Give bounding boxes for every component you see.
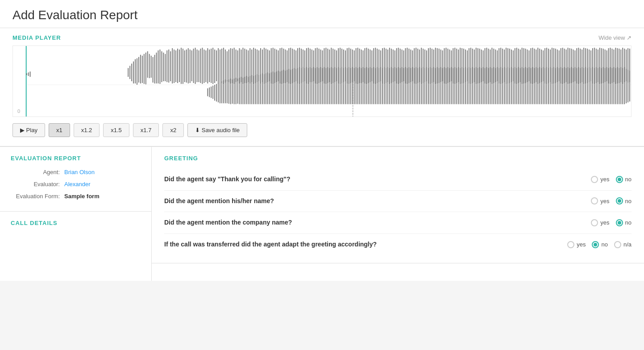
svg-rect-470 bbox=[527, 68, 528, 104]
svg-rect-292 bbox=[212, 86, 213, 99]
svg-rect-468 bbox=[524, 68, 524, 104]
svg-rect-19 bbox=[154, 55, 155, 83]
page-title: Add Evaluation Report bbox=[12, 8, 632, 22]
svg-rect-466 bbox=[520, 68, 521, 104]
svg-rect-318 bbox=[258, 75, 259, 104]
svg-rect-496 bbox=[573, 68, 573, 104]
speed-x1-button[interactable]: x1 bbox=[49, 123, 70, 137]
svg-rect-504 bbox=[587, 68, 588, 104]
svg-rect-370 bbox=[350, 68, 351, 104]
svg-rect-42 bbox=[195, 48, 196, 84]
q4-yes-option[interactable]: yes bbox=[567, 241, 586, 248]
svg-rect-455 bbox=[500, 67, 501, 104]
svg-rect-293 bbox=[214, 85, 215, 101]
svg-rect-27 bbox=[168, 50, 169, 83]
svg-rect-439 bbox=[472, 67, 473, 104]
svg-rect-415 bbox=[430, 67, 431, 104]
svg-rect-414 bbox=[428, 68, 429, 104]
evaluator-value[interactable]: Alexander bbox=[64, 181, 91, 188]
q4-yes-radio[interactable] bbox=[567, 241, 574, 248]
waveform-container[interactable]: 0 bbox=[12, 46, 632, 117]
svg-rect-66 bbox=[237, 50, 238, 81]
q2-yes-option[interactable]: yes bbox=[591, 197, 609, 204]
svg-rect-509 bbox=[596, 67, 597, 104]
agent-value[interactable]: Brian Olson bbox=[64, 169, 95, 175]
svg-rect-363 bbox=[338, 67, 339, 104]
svg-rect-475 bbox=[536, 67, 536, 104]
svg-rect-400 bbox=[403, 68, 404, 104]
svg-rect-355 bbox=[324, 67, 324, 104]
question-1-options: yes no bbox=[591, 176, 632, 183]
q1-yes-option[interactable]: yes bbox=[591, 176, 609, 183]
q4-yes-label: yes bbox=[577, 241, 586, 248]
svg-rect-44 bbox=[199, 50, 199, 82]
svg-rect-503 bbox=[585, 67, 586, 104]
q3-yes-radio[interactable] bbox=[591, 219, 598, 226]
wide-view-link[interactable]: Wide view ↗ bbox=[598, 34, 632, 41]
svg-rect-346 bbox=[308, 68, 309, 104]
svg-rect-48 bbox=[205, 50, 206, 82]
player-controls: ▶ Play x1 x1.2 x1.5 x1.7 x2 ⬇ Save audio… bbox=[12, 123, 632, 137]
svg-rect-361 bbox=[334, 67, 335, 104]
svg-rect-394 bbox=[393, 68, 394, 104]
svg-rect-426 bbox=[449, 68, 450, 104]
svg-rect-17 bbox=[151, 56, 152, 78]
svg-rect-40 bbox=[191, 50, 192, 81]
evaluation-report-label: EVALUATION REPORT bbox=[11, 155, 141, 162]
q3-no-radio[interactable] bbox=[616, 219, 623, 226]
svg-rect-316 bbox=[255, 75, 256, 104]
q1-yes-radio[interactable] bbox=[591, 176, 598, 183]
svg-rect-420 bbox=[439, 68, 440, 104]
q4-na-option[interactable]: n/a bbox=[614, 241, 632, 248]
speed-x1_2-button[interactable]: x1.2 bbox=[74, 123, 100, 137]
svg-rect-519 bbox=[613, 67, 614, 104]
svg-rect-430 bbox=[456, 68, 457, 104]
svg-rect-376 bbox=[361, 68, 362, 104]
media-player-label: MEDIA PLAYER bbox=[12, 34, 61, 41]
play-button[interactable]: ▶ Play bbox=[12, 123, 45, 137]
svg-rect-525 bbox=[624, 67, 625, 104]
svg-rect-348 bbox=[312, 68, 312, 104]
svg-rect-482 bbox=[548, 68, 549, 104]
svg-rect-309 bbox=[242, 78, 243, 104]
q2-no-label: no bbox=[625, 198, 632, 204]
svg-rect-341 bbox=[299, 67, 300, 104]
save-audio-button[interactable]: ⬇ Save audio file bbox=[187, 123, 247, 137]
svg-rect-65 bbox=[236, 50, 237, 82]
svg-rect-449 bbox=[490, 67, 490, 104]
svg-rect-38 bbox=[188, 48, 189, 83]
question-3-text: Did the agent mention the company name? bbox=[164, 218, 591, 227]
q1-no-option[interactable]: no bbox=[616, 176, 632, 183]
svg-rect-485 bbox=[553, 67, 554, 104]
svg-rect-511 bbox=[599, 67, 600, 104]
svg-rect-322 bbox=[266, 73, 266, 104]
svg-rect-401 bbox=[405, 67, 406, 104]
svg-rect-448 bbox=[488, 68, 489, 104]
svg-rect-330 bbox=[280, 71, 281, 104]
q4-na-radio[interactable] bbox=[614, 241, 621, 248]
waveform-svg bbox=[13, 46, 631, 117]
svg-rect-489 bbox=[561, 67, 561, 104]
q1-no-radio[interactable] bbox=[616, 176, 623, 183]
q2-yes-radio[interactable] bbox=[591, 197, 598, 204]
svg-rect-501 bbox=[582, 67, 582, 104]
svg-rect-323 bbox=[267, 72, 268, 104]
q3-no-option[interactable]: no bbox=[616, 219, 632, 226]
svg-rect-336 bbox=[290, 70, 291, 104]
svg-rect-296 bbox=[220, 82, 220, 103]
svg-rect-411 bbox=[423, 67, 424, 104]
svg-rect-53 bbox=[214, 50, 215, 83]
svg-rect-41 bbox=[193, 49, 194, 83]
q3-yes-option[interactable]: yes bbox=[591, 219, 609, 226]
q4-no-radio[interactable] bbox=[592, 241, 599, 248]
q4-no-option[interactable]: no bbox=[592, 241, 607, 248]
agent-row: Agent: Brian Olson bbox=[11, 169, 141, 175]
svg-rect-312 bbox=[248, 77, 249, 104]
svg-rect-408 bbox=[417, 68, 418, 104]
speed-x1_5-button[interactable]: x1.5 bbox=[103, 123, 129, 137]
speed-x2-button[interactable]: x2 bbox=[162, 123, 184, 137]
speed-x1_7-button[interactable]: x1.7 bbox=[133, 123, 159, 137]
question-4-row: If the call was transferred did the agen… bbox=[164, 234, 632, 255]
q2-no-radio[interactable] bbox=[616, 197, 623, 204]
q2-no-option[interactable]: no bbox=[616, 197, 632, 204]
